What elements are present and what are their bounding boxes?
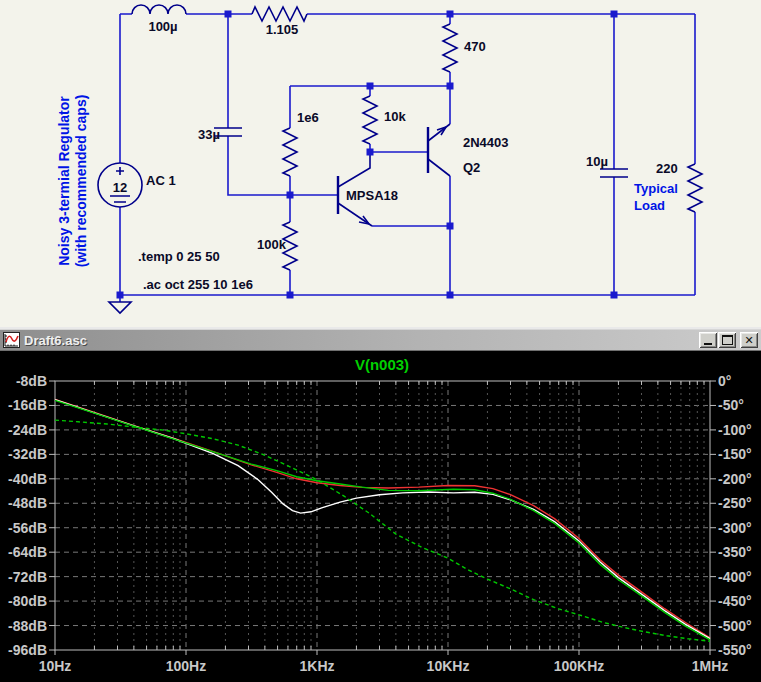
schematic-label[interactable]: 33µ <box>198 127 220 142</box>
schematic-label[interactable]: Load <box>634 198 665 213</box>
minimize-button[interactable] <box>699 332 717 348</box>
schematic-drawing: 100µ1.10547033µ1e610k2N4403Q2MPSA18100kA… <box>0 0 761 327</box>
waveform-plot[interactable]: V(n003) -8dB-16dB-24dB-32dB-40dB-48dB-56… <box>0 351 761 682</box>
resistor-220[interactable] <box>688 164 702 212</box>
y-right-tick-label: 0° <box>718 373 731 389</box>
comment-line-2: (with recommended caps) <box>73 11 90 351</box>
minus-icon <box>110 196 130 202</box>
schematic-label[interactable]: 470 <box>464 39 486 54</box>
schematic-label[interactable]: 1.105 <box>266 22 299 37</box>
x-tick-label: 1MHz <box>692 658 729 674</box>
inductor-100u[interactable] <box>132 5 186 14</box>
x-tick-label: 10Hz <box>39 658 72 674</box>
y-left-tick-label: -64dB <box>8 544 47 560</box>
schematic-label[interactable]: 10µ <box>586 154 608 169</box>
y-right-tick-label: -100° <box>718 422 752 438</box>
comment-line-1: Noisy 3-termial Regulator <box>56 11 73 351</box>
y-left-tick-label: -80dB <box>8 593 47 609</box>
x-tick-label: 1KHz <box>299 658 334 674</box>
y-right-tick-label: -200° <box>718 471 752 487</box>
y-left-tick-label: -32dB <box>8 446 47 462</box>
y-right-tick-label: -250° <box>718 495 752 511</box>
y-left-tick-label: -88dB <box>8 618 47 634</box>
resistor-1e6[interactable] <box>283 128 297 176</box>
trace-magnitude-run3 <box>55 400 710 640</box>
close-icon: ✕ <box>744 335 753 346</box>
plot-curves <box>55 399 710 641</box>
y-left-tick-label: -16dB <box>8 397 47 413</box>
plot-trace-title[interactable]: V(n003) <box>355 356 409 373</box>
schematic-label[interactable]: 220 <box>656 161 678 176</box>
x-tick-label: 10KHz <box>427 658 470 674</box>
schematic-canvas[interactable]: 100µ1.10547033µ1e610k2N4403Q2MPSA18100kA… <box>0 0 761 327</box>
transistor-2n4403[interactable] <box>428 124 450 176</box>
resistor-1105[interactable] <box>252 7 307 21</box>
trace-phase <box>55 420 710 641</box>
maximize-icon <box>722 335 733 345</box>
maximize-button[interactable] <box>718 332 736 348</box>
schematic-label[interactable]: 1e6 <box>297 110 319 125</box>
y-right-tick-label: -350° <box>718 544 752 560</box>
schematic-label[interactable]: .temp 0 25 50 <box>138 249 220 264</box>
x-tick-label: 100KHz <box>554 658 605 674</box>
y-right-tick-label: -400° <box>718 569 752 585</box>
close-button[interactable]: ✕ <box>740 332 758 348</box>
schematic-label[interactable]: Typical <box>634 181 678 196</box>
schematic-label[interactable]: 100k <box>257 237 287 252</box>
plot-ticks <box>49 381 716 655</box>
schematic-label[interactable]: Q2 <box>463 160 480 175</box>
y-left-tick-label: -40dB <box>8 471 47 487</box>
schematic-label[interactable]: 12 <box>113 180 127 195</box>
y-right-tick-label: -550° <box>718 642 752 658</box>
y-right-tick-label: -500° <box>718 618 752 634</box>
waveform-app-icon <box>3 332 20 348</box>
resistor-470[interactable] <box>443 24 457 72</box>
trace-magnitude-run1 <box>55 399 710 638</box>
y-left-tick-label: -72dB <box>8 569 47 585</box>
schematic-label[interactable]: 100µ <box>148 19 177 34</box>
schematic-label[interactable]: AC 1 <box>146 173 176 188</box>
y-right-tick-label: -50° <box>718 397 744 413</box>
trace-magnitude-run2 <box>55 400 710 639</box>
y-left-tick-label: -24dB <box>8 422 47 438</box>
y-right-tick-label: -300° <box>718 520 752 536</box>
schematic-label[interactable]: .ac oct 255 10 1e6 <box>143 277 253 292</box>
y-left-tick-label: -8dB <box>16 373 47 389</box>
y-left-tick-label: -48dB <box>8 495 47 511</box>
wire-cap33-branch <box>228 14 290 195</box>
y-left-tick-label: -56dB <box>8 520 47 536</box>
minimize-icon <box>704 340 712 345</box>
plus-icon <box>116 167 124 175</box>
capacitor-10u[interactable] <box>600 169 628 177</box>
x-tick-label: 100Hz <box>166 658 206 674</box>
resistor-10k[interactable] <box>363 96 377 144</box>
schematic-label[interactable]: 10k <box>384 109 406 124</box>
plot-border <box>55 381 710 650</box>
window-title: Draft6.asc <box>24 333 698 348</box>
y-right-tick-label: -150° <box>718 446 752 462</box>
window-title-bar[interactable]: Draft6.asc ✕ <box>0 327 761 351</box>
y-left-tick-label: -96dB <box>8 642 47 658</box>
y-right-tick-label: -450° <box>718 593 752 609</box>
schematic-label[interactable]: 2N4403 <box>463 135 509 150</box>
schematic-label[interactable]: MPSA18 <box>346 188 398 203</box>
plot-grid <box>55 381 710 650</box>
schematic-comment-rotated[interactable]: Noisy 3-termial Regulator (with recommen… <box>56 11 92 351</box>
